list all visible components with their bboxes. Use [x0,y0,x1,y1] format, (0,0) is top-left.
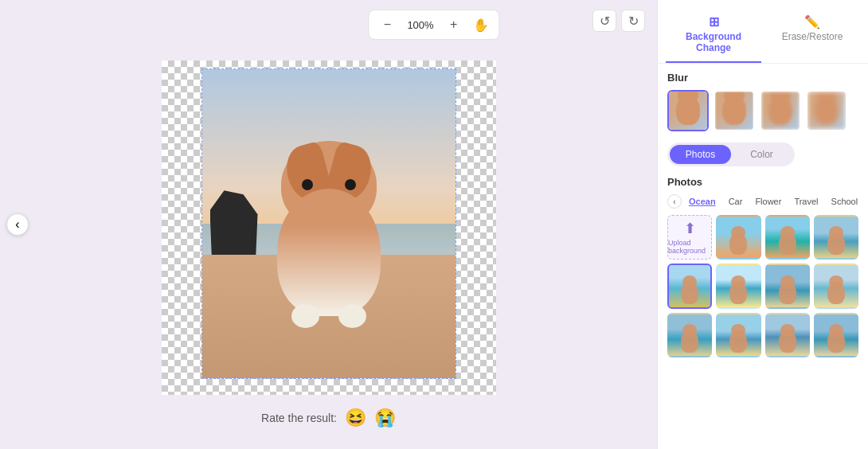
category-travel[interactable]: Travel [788,194,823,209]
category-prev-button[interactable]: ‹ [667,194,682,209]
blur-medium[interactable] [760,90,801,131]
photo-2[interactable] [765,215,810,260]
upload-icon: ⬆ [684,220,696,237]
canvas-wrapper [162,61,496,395]
upload-label: Upload background [668,239,711,255]
panel-content: Blur [658,64,868,449]
dog-shape [257,141,401,316]
sad-rate-button[interactable]: 😭 [374,408,396,428]
category-row: ‹ Ocean Car Flower Travel School So › [667,194,858,209]
photo-11[interactable] [814,313,858,357]
rate-section: Rate the result: 😆 😭 [261,408,396,428]
happy-rate-button[interactable]: 😆 [345,408,366,428]
back-button[interactable]: ‹ [6,213,29,236]
background-change-icon: ⊞ [671,14,757,29]
tab-erase-restore-label: Erase/Restore [782,31,843,42]
zoom-level: 100% [402,19,438,31]
dog-body [277,189,381,316]
zoom-in-button[interactable]: + [442,14,466,36]
photo-3[interactable] [814,215,858,260]
chevron-left-icon: ‹ [15,217,19,232]
tab-background-change[interactable]: ⊞ Background Change [666,8,761,63]
dog-paw-right [338,304,366,328]
tab-erase-restore[interactable]: ✏️ Erase/Restore [764,8,860,63]
blur-heavy[interactable] [806,90,847,131]
photo-7[interactable] [814,264,858,308]
category-ocean[interactable]: Ocean [683,194,721,209]
blur-light[interactable] [714,90,755,131]
blur-section-title: Blur [667,72,858,84]
canvas-area: Rate the result: 😆 😭 [0,0,657,449]
zoom-toolbar: − 100% + ✋ [368,10,499,40]
upload-background-button[interactable]: ⬆ Upload background [667,215,712,260]
view-toggle: Photos Color [667,143,795,166]
image-container [201,68,456,379]
erase-restore-icon: ✏️ [769,14,855,29]
photo-6[interactable] [765,264,810,308]
panel-tabs: ⊞ Background Change ✏️ Erase/Restore [658,0,868,64]
history-toolbar: ↺ ↻ [592,10,645,32]
redo-button[interactable]: ↻ [621,10,645,32]
tab-background-change-label: Background Change [686,31,741,53]
photo-1[interactable] [716,215,760,260]
photos-section-label: Photos [667,176,858,188]
category-car[interactable]: Car [723,194,749,209]
category-school[interactable]: School [826,194,858,209]
photos-toggle-button[interactable]: Photos [670,145,731,164]
photo-9[interactable] [716,313,760,357]
photo-grid: ⬆ Upload background [667,215,858,357]
photo-4[interactable] [667,264,712,308]
dog-eye-left [302,179,313,190]
dog-eye-right [345,179,356,190]
photo-5[interactable] [716,264,760,308]
photo-10[interactable] [765,313,810,357]
dog-paw-left [291,304,319,328]
rate-label: Rate the result: [261,412,337,424]
undo-button[interactable]: ↺ [592,10,616,32]
zoom-out-button[interactable]: − [375,14,399,36]
right-panel: ⊞ Background Change ✏️ Erase/Restore Blu… [657,0,868,449]
photo-8[interactable] [667,313,712,357]
blur-options [667,90,858,131]
category-flower[interactable]: Flower [749,194,787,209]
color-toggle-button[interactable]: Color [731,145,792,164]
blur-none[interactable] [667,90,709,131]
dog-image [202,69,456,378]
pan-button[interactable]: ✋ [469,14,493,36]
